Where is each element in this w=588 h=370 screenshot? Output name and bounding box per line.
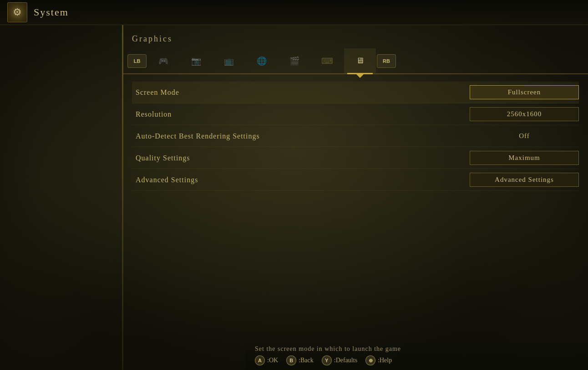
help-ok: A :OK (255, 355, 278, 365)
graphics-icon: 🖥 (356, 56, 364, 66)
keyboard-icon: ⌨ (321, 56, 333, 66)
rb-label: RB (383, 58, 390, 64)
screen-mode-box[interactable]: Fullscreen (470, 85, 579, 99)
resolution-value[interactable]: 2560x1600 (470, 107, 579, 121)
header-title: System (34, 6, 69, 18)
bg-silhouette-left (0, 0, 137, 370)
network-icon: 🌐 (257, 56, 267, 66)
auto-detect-value: Off (470, 129, 579, 143)
setting-row-resolution[interactable]: Resolution 2560x1600 (132, 103, 579, 125)
setting-row-screen-mode[interactable]: Screen Mode Fullscreen (132, 82, 579, 103)
help-description: Set the screen mode in which to launch t… (255, 345, 579, 353)
tab-network[interactable]: 🌐 (246, 48, 278, 73)
tab-rb-button[interactable]: RB (377, 54, 396, 68)
help-help: ⊕ :Help (365, 355, 392, 365)
tab-camera[interactable]: 📷 (180, 48, 212, 73)
screen-mode-label: Screen Mode (132, 88, 470, 97)
ok-button-icon[interactable]: A (255, 355, 265, 365)
setting-row-auto-detect[interactable]: Auto-Detect Best Rendering Settings Off (132, 125, 579, 147)
tab-lb-button[interactable]: LB (127, 54, 147, 68)
quality-value[interactable]: Maximum (470, 151, 579, 165)
quality-label: Quality Settings (132, 154, 470, 162)
quality-box[interactable]: Maximum (470, 151, 579, 165)
ok-label: :OK (267, 357, 278, 364)
tab-hud[interactable]: 📺 (213, 48, 245, 73)
advanced-value[interactable]: Advanced Settings (470, 173, 579, 187)
advanced-label: Advanced Settings (132, 176, 470, 184)
camera-icon: 📷 (191, 56, 201, 66)
help-defaults: Y :Defaults (322, 355, 357, 365)
auto-detect-label: Auto-Detect Best Rendering Settings (132, 132, 470, 140)
hud-icon: 📺 (224, 56, 234, 66)
main-content: Graphics LB 🎮 📷 📺 🌐 🎬 ⌨ (123, 25, 588, 370)
help-button-icon[interactable]: ⊕ (365, 355, 375, 365)
tab-audio-video[interactable]: 🎬 (279, 48, 310, 73)
help-back: B :Back (286, 355, 314, 365)
tab-navigation: LB 🎮 📷 📺 🌐 🎬 ⌨ 🖥 (123, 48, 588, 74)
resolution-label: Resolution (132, 110, 470, 118)
advanced-box[interactable]: Advanced Settings (470, 173, 579, 187)
defaults-button-icon[interactable]: Y (322, 355, 332, 365)
help-buttons: A :OK B :Back Y :Defaults ⊕ :H (255, 355, 579, 365)
defaults-label: :Defaults (334, 357, 357, 364)
controller-icon: 🎮 (158, 56, 168, 66)
tab-controller[interactable]: 🎮 (147, 48, 179, 73)
tab-graphics[interactable]: 🖥 (344, 48, 376, 73)
system-icon: ⚙ (7, 2, 27, 22)
audio-video-icon: 🎬 (289, 56, 299, 66)
tab-active-indicator (356, 74, 364, 78)
section-title: Graphics (123, 25, 588, 48)
help-bar: Set the screen mode in which to launch t… (246, 341, 588, 370)
tab-keyboard[interactable]: ⌨ (311, 48, 343, 73)
back-label: :Back (299, 357, 314, 364)
auto-detect-plain: Off (470, 129, 579, 143)
settings-table: Screen Mode Fullscreen Resolution 2560x1… (123, 78, 588, 195)
lb-label: LB (134, 58, 141, 64)
screen-mode-value[interactable]: Fullscreen (470, 85, 579, 99)
resolution-box[interactable]: 2560x1600 (470, 107, 579, 121)
help-label: :Help (378, 357, 392, 364)
header: ⚙ System (0, 0, 588, 25)
setting-row-advanced[interactable]: Advanced Settings Advanced Settings (132, 169, 579, 191)
back-button-icon[interactable]: B (286, 355, 296, 365)
setting-row-quality[interactable]: Quality Settings Maximum (132, 147, 579, 169)
